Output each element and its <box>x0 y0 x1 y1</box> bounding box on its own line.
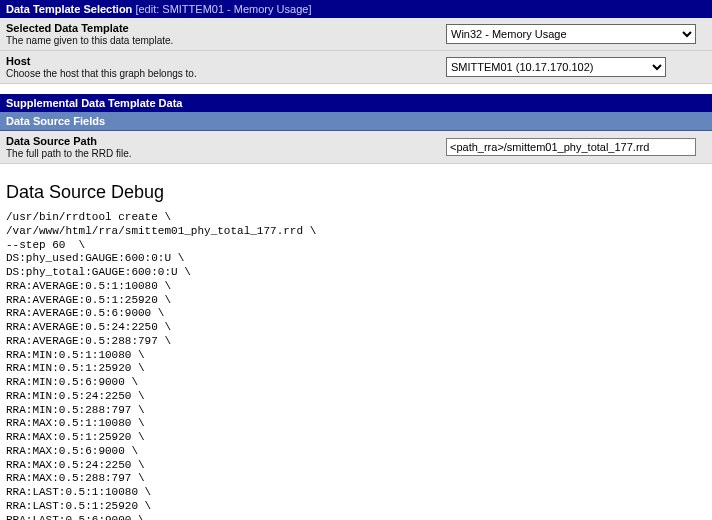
section2-sub-title: Data Source Fields <box>6 115 105 127</box>
row-data-source-path-left: Data Source Path The full path to the RR… <box>6 135 446 159</box>
desc-selected-data-template: The name given to this data template. <box>6 35 446 46</box>
row-selected-data-template-left: Selected Data Template The name given to… <box>6 22 446 46</box>
section1-edit: [edit: SMITTEM01 - Memory Usage] <box>132 3 311 15</box>
data-source-debug-title: Data Source Debug <box>0 174 712 209</box>
row-data-source-path: Data Source Path The full path to the RR… <box>0 131 712 164</box>
row-host-left: Host Choose the host that this graph bel… <box>6 55 446 79</box>
data-source-fields-header: Data Source Fields <box>0 112 712 131</box>
row-host: Host Choose the host that this graph bel… <box>0 51 712 84</box>
label-host: Host <box>6 55 446 67</box>
supplemental-data-header: Supplemental Data Template Data <box>0 94 712 112</box>
label-selected-data-template: Selected Data Template <box>6 22 446 34</box>
section1-title: Data Template Selection <box>6 3 132 15</box>
select-data-template[interactable]: Win32 - Memory Usage <box>446 24 696 44</box>
data-source-debug-text: /usr/bin/rrdtool create \ /var/www/html/… <box>0 209 712 520</box>
data-template-selection-header: Data Template Selection [edit: SMITTEM01… <box>0 0 712 18</box>
control-data-source-path <box>446 138 706 156</box>
select-host[interactable]: SMITTEM01 (10.17.170.102) <box>446 57 666 77</box>
row-selected-data-template: Selected Data Template The name given to… <box>0 18 712 51</box>
desc-data-source-path: The full path to the RRD file. <box>6 148 446 159</box>
input-data-source-path[interactable] <box>446 138 696 156</box>
control-selected-data-template: Win32 - Memory Usage <box>446 24 706 44</box>
desc-host: Choose the host that this graph belongs … <box>6 68 446 79</box>
section2-title: Supplemental Data Template Data <box>6 97 182 109</box>
label-data-source-path: Data Source Path <box>6 135 446 147</box>
control-host: SMITTEM01 (10.17.170.102) <box>446 57 706 77</box>
